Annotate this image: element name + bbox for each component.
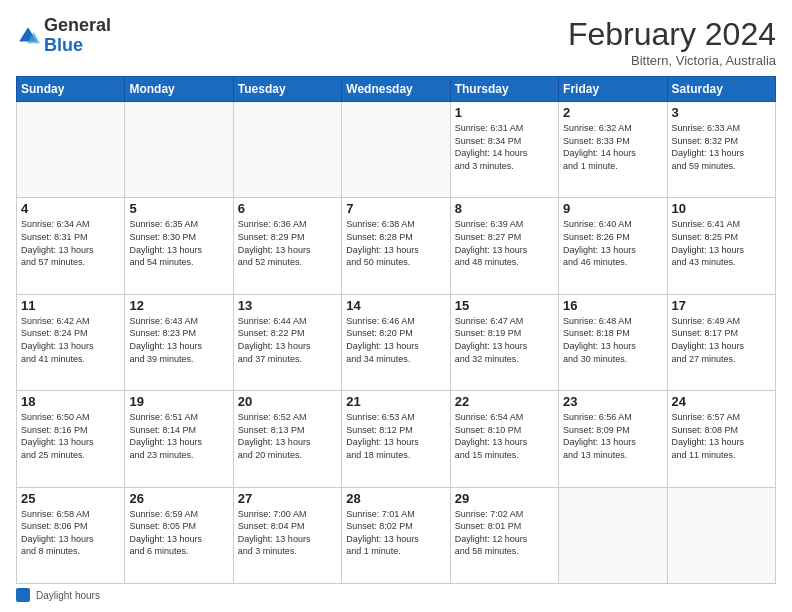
- calendar-cell: 29Sunrise: 7:02 AM Sunset: 8:01 PM Dayli…: [450, 487, 558, 583]
- day-number: 6: [238, 201, 337, 216]
- calendar-header-friday: Friday: [559, 77, 667, 102]
- day-number: 25: [21, 491, 120, 506]
- logo-icon: [16, 24, 40, 48]
- calendar-cell: 11Sunrise: 6:42 AM Sunset: 8:24 PM Dayli…: [17, 294, 125, 390]
- calendar-cell: 21Sunrise: 6:53 AM Sunset: 8:12 PM Dayli…: [342, 391, 450, 487]
- day-number: 24: [672, 394, 771, 409]
- day-number: 29: [455, 491, 554, 506]
- calendar-cell: 5Sunrise: 6:35 AM Sunset: 8:30 PM Daylig…: [125, 198, 233, 294]
- calendar-cell: 22Sunrise: 6:54 AM Sunset: 8:10 PM Dayli…: [450, 391, 558, 487]
- day-info: Sunrise: 6:41 AM Sunset: 8:25 PM Dayligh…: [672, 218, 771, 268]
- calendar-cell: 26Sunrise: 6:59 AM Sunset: 8:05 PM Dayli…: [125, 487, 233, 583]
- title-block: February 2024 Bittern, Victoria, Austral…: [568, 16, 776, 68]
- day-number: 21: [346, 394, 445, 409]
- calendar-cell: 16Sunrise: 6:48 AM Sunset: 8:18 PM Dayli…: [559, 294, 667, 390]
- day-info: Sunrise: 6:50 AM Sunset: 8:16 PM Dayligh…: [21, 411, 120, 461]
- calendar-cell: 9Sunrise: 6:40 AM Sunset: 8:26 PM Daylig…: [559, 198, 667, 294]
- calendar-cell: 23Sunrise: 6:56 AM Sunset: 8:09 PM Dayli…: [559, 391, 667, 487]
- day-number: 2: [563, 105, 662, 120]
- calendar-cell: 6Sunrise: 6:36 AM Sunset: 8:29 PM Daylig…: [233, 198, 341, 294]
- day-info: Sunrise: 6:57 AM Sunset: 8:08 PM Dayligh…: [672, 411, 771, 461]
- calendar-cell: 2Sunrise: 6:32 AM Sunset: 8:33 PM Daylig…: [559, 102, 667, 198]
- day-number: 13: [238, 298, 337, 313]
- day-info: Sunrise: 6:56 AM Sunset: 8:09 PM Dayligh…: [563, 411, 662, 461]
- footer: Daylight hours: [16, 588, 776, 602]
- calendar-cell: [233, 102, 341, 198]
- calendar-cell: 25Sunrise: 6:58 AM Sunset: 8:06 PM Dayli…: [17, 487, 125, 583]
- day-number: 15: [455, 298, 554, 313]
- day-info: Sunrise: 6:36 AM Sunset: 8:29 PM Dayligh…: [238, 218, 337, 268]
- day-info: Sunrise: 6:34 AM Sunset: 8:31 PM Dayligh…: [21, 218, 120, 268]
- header: General Blue February 2024 Bittern, Vict…: [16, 16, 776, 68]
- day-info: Sunrise: 7:02 AM Sunset: 8:01 PM Dayligh…: [455, 508, 554, 558]
- calendar-header-monday: Monday: [125, 77, 233, 102]
- day-number: 27: [238, 491, 337, 506]
- logo-general-text: General: [44, 15, 111, 35]
- calendar-cell: 20Sunrise: 6:52 AM Sunset: 8:13 PM Dayli…: [233, 391, 341, 487]
- calendar-header-row: SundayMondayTuesdayWednesdayThursdayFrid…: [17, 77, 776, 102]
- day-info: Sunrise: 7:01 AM Sunset: 8:02 PM Dayligh…: [346, 508, 445, 558]
- page: General Blue February 2024 Bittern, Vict…: [0, 0, 792, 612]
- calendar-cell: 8Sunrise: 6:39 AM Sunset: 8:27 PM Daylig…: [450, 198, 558, 294]
- calendar-cell: 12Sunrise: 6:43 AM Sunset: 8:23 PM Dayli…: [125, 294, 233, 390]
- calendar-cell: 19Sunrise: 6:51 AM Sunset: 8:14 PM Dayli…: [125, 391, 233, 487]
- calendar-cell: [667, 487, 775, 583]
- day-info: Sunrise: 6:51 AM Sunset: 8:14 PM Dayligh…: [129, 411, 228, 461]
- calendar-cell: 15Sunrise: 6:47 AM Sunset: 8:19 PM Dayli…: [450, 294, 558, 390]
- calendar-header-sunday: Sunday: [17, 77, 125, 102]
- month-title: February 2024: [568, 16, 776, 53]
- calendar-cell: 28Sunrise: 7:01 AM Sunset: 8:02 PM Dayli…: [342, 487, 450, 583]
- day-info: Sunrise: 6:31 AM Sunset: 8:34 PM Dayligh…: [455, 122, 554, 172]
- calendar-header-thursday: Thursday: [450, 77, 558, 102]
- day-number: 26: [129, 491, 228, 506]
- day-info: Sunrise: 6:35 AM Sunset: 8:30 PM Dayligh…: [129, 218, 228, 268]
- day-info: Sunrise: 6:33 AM Sunset: 8:32 PM Dayligh…: [672, 122, 771, 172]
- day-info: Sunrise: 6:53 AM Sunset: 8:12 PM Dayligh…: [346, 411, 445, 461]
- calendar-cell: 13Sunrise: 6:44 AM Sunset: 8:22 PM Dayli…: [233, 294, 341, 390]
- calendar-header-saturday: Saturday: [667, 77, 775, 102]
- day-info: Sunrise: 6:32 AM Sunset: 8:33 PM Dayligh…: [563, 122, 662, 172]
- calendar-table: SundayMondayTuesdayWednesdayThursdayFrid…: [16, 76, 776, 584]
- calendar-cell: 17Sunrise: 6:49 AM Sunset: 8:17 PM Dayli…: [667, 294, 775, 390]
- day-info: Sunrise: 6:43 AM Sunset: 8:23 PM Dayligh…: [129, 315, 228, 365]
- calendar-header-wednesday: Wednesday: [342, 77, 450, 102]
- day-number: 5: [129, 201, 228, 216]
- day-number: 14: [346, 298, 445, 313]
- calendar-cell: 10Sunrise: 6:41 AM Sunset: 8:25 PM Dayli…: [667, 198, 775, 294]
- calendar-cell: 4Sunrise: 6:34 AM Sunset: 8:31 PM Daylig…: [17, 198, 125, 294]
- day-info: Sunrise: 7:00 AM Sunset: 8:04 PM Dayligh…: [238, 508, 337, 558]
- day-number: 20: [238, 394, 337, 409]
- day-info: Sunrise: 6:52 AM Sunset: 8:13 PM Dayligh…: [238, 411, 337, 461]
- calendar-cell: [559, 487, 667, 583]
- day-info: Sunrise: 6:49 AM Sunset: 8:17 PM Dayligh…: [672, 315, 771, 365]
- day-number: 18: [21, 394, 120, 409]
- day-info: Sunrise: 6:38 AM Sunset: 8:28 PM Dayligh…: [346, 218, 445, 268]
- day-number: 9: [563, 201, 662, 216]
- calendar-week-1: 1Sunrise: 6:31 AM Sunset: 8:34 PM Daylig…: [17, 102, 776, 198]
- calendar-cell: 14Sunrise: 6:46 AM Sunset: 8:20 PM Dayli…: [342, 294, 450, 390]
- day-info: Sunrise: 6:44 AM Sunset: 8:22 PM Dayligh…: [238, 315, 337, 365]
- day-info: Sunrise: 6:42 AM Sunset: 8:24 PM Dayligh…: [21, 315, 120, 365]
- location: Bittern, Victoria, Australia: [568, 53, 776, 68]
- calendar-header-tuesday: Tuesday: [233, 77, 341, 102]
- calendar-week-4: 18Sunrise: 6:50 AM Sunset: 8:16 PM Dayli…: [17, 391, 776, 487]
- calendar-week-5: 25Sunrise: 6:58 AM Sunset: 8:06 PM Dayli…: [17, 487, 776, 583]
- calendar-cell: 7Sunrise: 6:38 AM Sunset: 8:28 PM Daylig…: [342, 198, 450, 294]
- day-info: Sunrise: 6:47 AM Sunset: 8:19 PM Dayligh…: [455, 315, 554, 365]
- day-number: 1: [455, 105, 554, 120]
- calendar-cell: 27Sunrise: 7:00 AM Sunset: 8:04 PM Dayli…: [233, 487, 341, 583]
- calendar-cell: 18Sunrise: 6:50 AM Sunset: 8:16 PM Dayli…: [17, 391, 125, 487]
- legend-color-box: [16, 588, 30, 602]
- day-number: 10: [672, 201, 771, 216]
- day-number: 16: [563, 298, 662, 313]
- day-number: 19: [129, 394, 228, 409]
- calendar-cell: [17, 102, 125, 198]
- day-number: 12: [129, 298, 228, 313]
- day-number: 4: [21, 201, 120, 216]
- logo: General Blue: [16, 16, 111, 56]
- day-number: 8: [455, 201, 554, 216]
- day-info: Sunrise: 6:59 AM Sunset: 8:05 PM Dayligh…: [129, 508, 228, 558]
- day-number: 17: [672, 298, 771, 313]
- day-info: Sunrise: 6:39 AM Sunset: 8:27 PM Dayligh…: [455, 218, 554, 268]
- day-number: 7: [346, 201, 445, 216]
